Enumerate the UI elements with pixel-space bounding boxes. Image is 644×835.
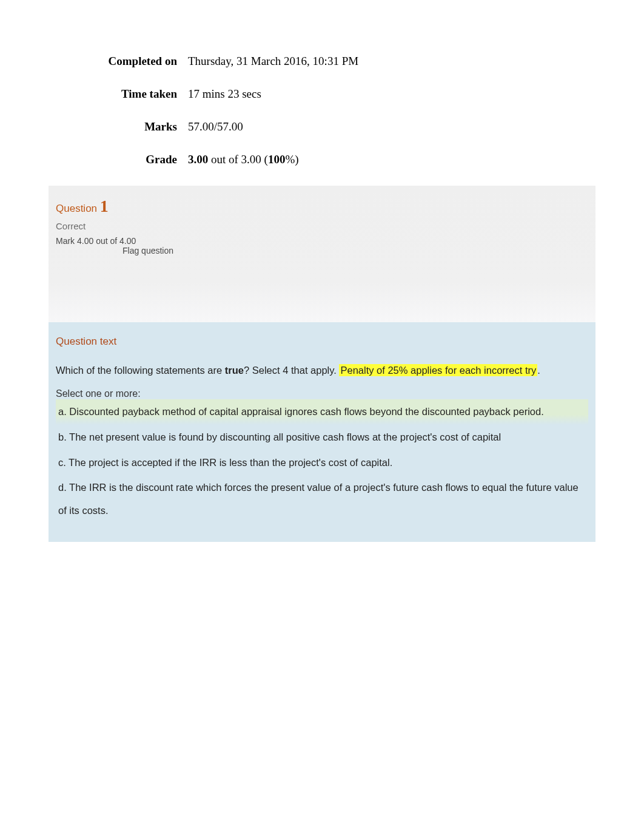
option-c[interactable]: c. The project is accepted if the IRR is…: [56, 450, 588, 476]
marks-value: 57.00/57.00: [188, 120, 243, 134]
time-taken-value: 17 mins 23 secs: [188, 87, 261, 101]
grade-value: 3.00 out of 3.00 (100%): [188, 153, 299, 166]
grade-mid: out of 3.00 (: [208, 153, 268, 166]
question-info-block: Question 1 Correct Mark 4.00 out of 4.00…: [49, 186, 595, 322]
question-mark: Mark 4.00 out of 4.00: [56, 236, 595, 246]
grade-score: 3.00: [188, 153, 208, 166]
prompt-pre: Which of the following statements are: [56, 365, 225, 376]
summary-row-completed: Completed on Thursday, 31 March 2016, 10…: [49, 55, 595, 68]
prompt-post: ? Select 4 that apply.: [244, 365, 339, 376]
question-prompt: Which of the following statements are tr…: [56, 360, 588, 381]
penalty-dot: .: [537, 365, 540, 376]
time-taken-label: Time taken: [49, 87, 188, 101]
summary-row-marks: Marks 57.00/57.00: [49, 120, 595, 134]
question-heading: Question 1: [56, 197, 595, 216]
grade-pct: 100: [268, 153, 286, 166]
question-status: Correct: [56, 221, 595, 231]
completed-on-value: Thursday, 31 March 2016, 10:31 PM: [188, 55, 358, 68]
summary-row-time: Time taken 17 mins 23 secs: [49, 87, 595, 101]
summary-row-grade: Grade 3.00 out of 3.00 (100%): [49, 153, 595, 166]
grade-label: Grade: [49, 153, 188, 166]
summary-table: Completed on Thursday, 31 March 2016, 10…: [49, 55, 595, 166]
question-text-heading: Question text: [56, 336, 588, 348]
prompt-true: true: [225, 365, 244, 376]
question-label: Question: [56, 203, 100, 214]
option-b[interactable]: b. The net present value is found by dis…: [56, 425, 588, 450]
select-one-or-more: Select one or more:: [56, 388, 588, 399]
option-a[interactable]: a. Discounted payback method of capital …: [56, 399, 588, 425]
marks-label: Marks: [49, 120, 188, 134]
option-d[interactable]: d. The IRR is the discount rate which fo…: [56, 475, 588, 524]
grade-end: %): [285, 153, 298, 166]
question-number: 1: [100, 197, 109, 215]
penalty-text: Penalty of 25% applies for each incorrec…: [339, 364, 537, 376]
question-text-block: Question text Which of the following sta…: [49, 322, 595, 542]
completed-on-label: Completed on: [49, 55, 188, 68]
flag-question-link[interactable]: Flag question: [56, 246, 595, 255]
